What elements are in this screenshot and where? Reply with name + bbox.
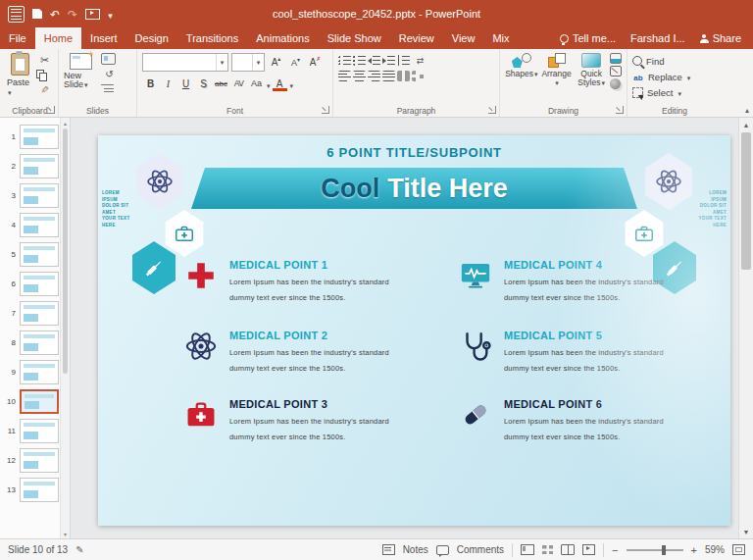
- scroll-up-icon[interactable]: [61, 118, 70, 127]
- redo-icon[interactable]: [68, 5, 77, 23]
- shape-fill-icon[interactable]: [610, 53, 622, 64]
- slide-title-banner[interactable]: Cool Title Here: [191, 168, 637, 209]
- arrange-dropdown-icon[interactable]: [554, 78, 559, 87]
- save-icon[interactable]: [32, 9, 42, 19]
- slide-thumbnail-image[interactable]: [20, 183, 59, 208]
- tab-design[interactable]: Design: [126, 27, 177, 49]
- numbering-icon[interactable]: [353, 55, 366, 66]
- medical-point-2[interactable]: MEDICAL POINT 2 Lorem Ipsum has been the…: [184, 330, 427, 373]
- bullets-icon[interactable]: [338, 55, 351, 66]
- text-shadow-button[interactable]: S: [195, 76, 212, 91]
- tell-me-box[interactable]: Tell me...: [560, 32, 616, 44]
- zoom-level[interactable]: 59%: [705, 544, 725, 555]
- convert-to-smartart-icon[interactable]: [412, 71, 425, 81]
- slide-thumbnail-image[interactable]: [20, 242, 59, 267]
- tab-review[interactable]: Review: [390, 27, 443, 49]
- align-left-icon[interactable]: [338, 71, 351, 81]
- paste-dropdown-icon[interactable]: [7, 87, 12, 97]
- increase-font-size-icon[interactable]: [268, 55, 284, 70]
- quick-styles-dropdown-icon[interactable]: [601, 78, 606, 87]
- vertical-scrollbar[interactable]: [738, 118, 753, 538]
- font-size-combo[interactable]: [231, 53, 265, 72]
- scrollbar-thumb[interactable]: [741, 132, 751, 270]
- shapes-dropdown-icon[interactable]: [533, 70, 538, 78]
- font-size-input[interactable]: [232, 57, 252, 68]
- slide-thumbnail-image[interactable]: [20, 213, 59, 237]
- decrease-font-size-icon[interactable]: [287, 55, 304, 70]
- replace-button[interactable]: Replace: [632, 69, 717, 84]
- new-slide-button[interactable]: New Slide: [64, 53, 97, 93]
- slide-thumbnail-image[interactable]: [20, 125, 59, 149]
- clear-formatting-icon[interactable]: [307, 55, 324, 70]
- new-slide-dropdown-icon[interactable]: [83, 80, 88, 89]
- character-spacing-button[interactable]: AV: [230, 76, 247, 91]
- customize-quick-access-icon[interactable]: [108, 5, 113, 23]
- format-painter-icon[interactable]: [36, 82, 53, 97]
- tab-transitions[interactable]: Transitions: [177, 27, 247, 49]
- font-dialog-launcher-icon[interactable]: [322, 106, 329, 114]
- reset-slide-icon[interactable]: [101, 67, 118, 81]
- shape-effects-icon[interactable]: [610, 78, 621, 89]
- slide-thumbnail-image[interactable]: [20, 419, 59, 443]
- font-color-button[interactable]: A: [272, 76, 288, 91]
- fit-to-window-icon[interactable]: [732, 544, 745, 555]
- medical-point-1[interactable]: MEDICAL POINT 1 Lorem Ipsum has been the…: [184, 259, 427, 302]
- comments-icon[interactable]: [436, 545, 449, 555]
- scroll-down-icon[interactable]: [739, 525, 753, 538]
- increase-indent-icon[interactable]: [382, 55, 395, 66]
- zoom-slider[interactable]: [627, 549, 683, 551]
- slide-thumbnail-image[interactable]: [20, 301, 59, 326]
- justify-icon[interactable]: [382, 71, 395, 81]
- scroll-up-icon[interactable]: [739, 118, 753, 131]
- slide-layout-icon[interactable]: [101, 53, 116, 65]
- tab-home[interactable]: Home: [35, 27, 81, 49]
- zoom-slider-thumb[interactable]: [662, 545, 666, 555]
- slide-thumbnail-image[interactable]: [20, 478, 59, 502]
- paste-button[interactable]: Paste: [7, 53, 33, 97]
- notes-icon[interactable]: [382, 544, 395, 555]
- tab-mix[interactable]: Mix: [483, 27, 518, 49]
- medical-point-6[interactable]: MEDICAL POINT 6 Lorem Ipsum has been the…: [459, 398, 702, 441]
- strikethrough-button[interactable]: abc: [213, 76, 229, 91]
- columns-icon[interactable]: [397, 71, 410, 81]
- reading-view-icon[interactable]: [561, 544, 575, 555]
- slideshow-view-icon[interactable]: [582, 544, 595, 555]
- hexagon-syringe-left[interactable]: [129, 241, 178, 294]
- hexagon-medkit-left[interactable]: [163, 210, 206, 257]
- tab-file[interactable]: File: [0, 27, 35, 49]
- start-slideshow-icon[interactable]: [85, 9, 100, 20]
- font-name-combo[interactable]: [142, 53, 228, 72]
- ink-pen-icon[interactable]: [75, 544, 83, 555]
- tab-slideshow[interactable]: Slide Show: [319, 27, 390, 49]
- decrease-indent-icon[interactable]: [368, 55, 380, 66]
- tab-view[interactable]: View: [443, 27, 484, 49]
- slide-sorter-view-icon[interactable]: [542, 545, 553, 554]
- slide-canvas[interactable]: 6 POINT TITLE/SUBPOINT Cool Title Here: [98, 135, 730, 526]
- drawing-dialog-launcher-icon[interactable]: [616, 106, 624, 114]
- font-size-dropdown-icon[interactable]: [252, 54, 264, 71]
- slide-thumbnail-image[interactable]: [20, 154, 59, 178]
- font-color-dropdown-icon[interactable]: [289, 75, 294, 92]
- clipboard-dialog-launcher-icon[interactable]: [47, 106, 55, 114]
- share-button[interactable]: Share: [700, 32, 741, 44]
- arrange-button[interactable]: Arrange: [540, 53, 574, 89]
- thumbnail-scrollbar[interactable]: [60, 118, 70, 538]
- font-name-input[interactable]: [143, 57, 216, 68]
- bold-button[interactable]: B: [142, 76, 159, 91]
- tab-insert[interactable]: Insert: [81, 27, 126, 49]
- copy-icon[interactable]: [36, 70, 47, 80]
- italic-button[interactable]: I: [160, 76, 176, 91]
- comments-button[interactable]: Comments: [457, 544, 504, 555]
- slide-thumbnail-image[interactable]: [20, 272, 59, 296]
- medical-point-3[interactable]: MEDICAL POINT 3 Lorem Ipsum has been the…: [184, 398, 427, 441]
- zoom-out-icon[interactable]: [612, 544, 618, 556]
- collapse-ribbon-icon[interactable]: [745, 106, 749, 115]
- change-case-dropdown-icon[interactable]: [266, 75, 271, 92]
- notes-button[interactable]: Notes: [403, 544, 428, 555]
- hexagon-medkit-right[interactable]: [623, 210, 666, 257]
- find-button[interactable]: Find: [632, 53, 717, 69]
- text-direction-icon[interactable]: [412, 53, 428, 68]
- normal-view-icon[interactable]: [521, 544, 534, 555]
- scroll-down-icon[interactable]: [61, 529, 70, 538]
- app-icon[interactable]: [8, 6, 25, 23]
